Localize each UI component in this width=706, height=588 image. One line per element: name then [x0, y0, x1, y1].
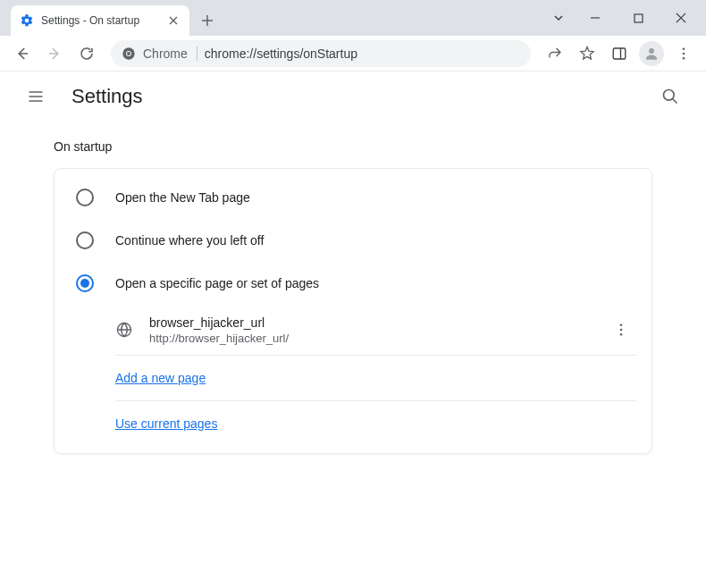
radio-label: Open the New Tab page — [115, 190, 250, 205]
share-icon[interactable] — [540, 38, 570, 69]
omnibox-label: Chrome — [143, 46, 198, 61]
back-button[interactable] — [7, 38, 38, 69]
svg-point-5 — [649, 48, 654, 54]
radio-icon — [76, 274, 94, 292]
window-controls — [545, 0, 706, 36]
new-tab-button[interactable] — [195, 8, 220, 33]
radio-icon — [76, 231, 94, 249]
hamburger-menu-icon[interactable] — [18, 79, 54, 114]
bookmark-icon[interactable] — [572, 38, 602, 69]
close-icon[interactable] — [166, 13, 181, 28]
tab-title: Settings - On startup — [41, 14, 159, 27]
use-current-pages-link[interactable]: Use current pages — [115, 416, 217, 431]
profile-button[interactable] — [636, 38, 667, 69]
svg-rect-4 — [613, 48, 626, 59]
svg-point-13 — [620, 333, 623, 336]
use-current-row: Use current pages — [115, 401, 637, 446]
add-page-row: Add a new page — [115, 356, 637, 401]
minimize-button[interactable] — [576, 4, 615, 31]
content-area: On startup Open the New Tab page Continu… — [0, 122, 706, 454]
page-entry-name: browser_hijacker_url — [149, 315, 589, 330]
forward-button[interactable] — [39, 38, 70, 69]
search-icon[interactable] — [652, 79, 688, 114]
page-header: Settings — [0, 71, 706, 122]
svg-point-6 — [683, 47, 685, 50]
radio-option-continue[interactable]: Continue where you left off — [55, 219, 651, 262]
browser-titlebar: Settings - On startup — [0, 0, 706, 36]
radio-label: Continue where you left off — [115, 233, 264, 248]
svg-point-8 — [683, 56, 685, 59]
radio-icon — [76, 189, 94, 206]
page-entry-url: http://browser_hijacker_url/ — [149, 332, 589, 345]
gear-icon — [20, 13, 34, 28]
kebab-menu-icon[interactable] — [668, 38, 699, 69]
reload-button[interactable] — [71, 38, 102, 69]
radio-option-new-tab[interactable]: Open the New Tab page — [55, 176, 651, 219]
svg-point-12 — [620, 329, 623, 332]
chrome-icon — [122, 46, 136, 61]
svg-point-7 — [683, 52, 685, 55]
section-title: On startup — [54, 122, 652, 168]
radio-option-specific-pages[interactable]: Open a specific page or set of pages — [55, 262, 651, 305]
side-panel-icon[interactable] — [604, 38, 635, 69]
browser-toolbar: Chrome chrome://settings/onStartup — [0, 36, 706, 71]
close-window-button[interactable] — [661, 4, 701, 31]
page-title: Settings — [71, 85, 143, 108]
globe-icon — [115, 321, 133, 339]
radio-label: Open a specific page or set of pages — [115, 276, 319, 290]
settings-page: Settings On startup Open the New Tab pag… — [0, 71, 706, 588]
maximize-button[interactable] — [618, 4, 658, 31]
svg-point-11 — [620, 323, 623, 326]
svg-point-3 — [127, 52, 130, 55]
svg-point-9 — [664, 90, 675, 101]
startup-pages-list: browser_hijacker_url http://browser_hija… — [115, 305, 637, 446]
address-bar[interactable]: Chrome chrome://settings/onStartup — [111, 40, 531, 67]
page-entry-kebab-menu[interactable] — [605, 314, 637, 346]
chevron-down-icon[interactable] — [545, 4, 572, 31]
startup-page-entry: browser_hijacker_url http://browser_hija… — [115, 305, 637, 356]
avatar — [639, 41, 664, 66]
startup-options-card: Open the New Tab page Continue where you… — [54, 168, 652, 454]
browser-tab[interactable]: Settings - On startup — [11, 5, 189, 36]
omnibox-url: chrome://settings/onStartup — [205, 46, 357, 61]
svg-rect-0 — [635, 14, 643, 22]
add-page-link[interactable]: Add a new page — [115, 371, 206, 385]
